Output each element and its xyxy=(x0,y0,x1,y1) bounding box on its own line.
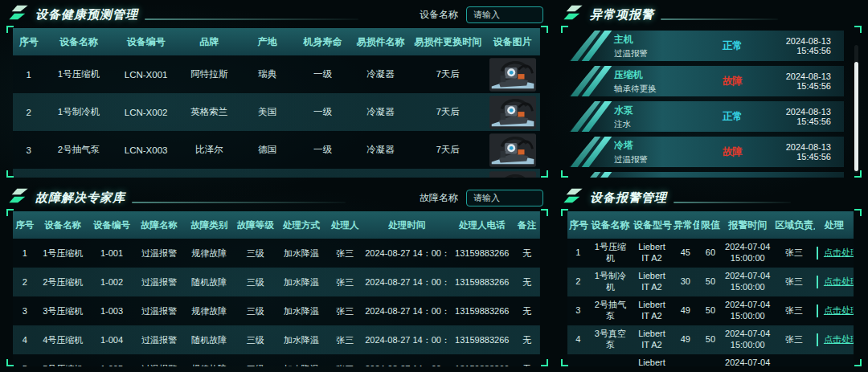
cell-time: 2024-08-27 14：00：00 xyxy=(363,239,450,268)
corner-bracket xyxy=(541,359,548,366)
panel-body: 序号设备名称设备编号故障名称故障类别故障等级处理方式处理人处理时间处理人电话备注… xyxy=(6,209,548,366)
column-header: 设备名称 xyxy=(44,28,113,55)
alarm-list-item: 主机过温报警正常2024-08-13 15:45:56 xyxy=(569,31,844,61)
cell-name xyxy=(44,169,113,178)
cell-origin xyxy=(240,169,295,178)
cell-name: 5号压缩机 xyxy=(37,354,90,366)
cell-category: 随机故障 xyxy=(184,268,234,296)
cell-part: 冷凝器 xyxy=(350,55,411,93)
title-underline xyxy=(132,202,346,203)
cell-time: 2024-08-27 14：00：00 xyxy=(363,296,450,325)
cell-fault: 过温报警 xyxy=(134,354,184,366)
device-name-search-input[interactable] xyxy=(466,6,543,23)
cell-seq xyxy=(567,354,589,366)
cell-owner: 张三 xyxy=(773,268,815,296)
scrollbar-thumb[interactable] xyxy=(854,62,858,172)
handle-alarm-button[interactable]: 点击处理 xyxy=(817,276,854,289)
column-header: 处理人 xyxy=(326,211,363,239)
table-header-row: 序号设备名称设备编号品牌产地机身寿命易损件名称易损件更换时间设备图片 xyxy=(13,28,540,55)
handle-alarm-button[interactable]: 点击处理 xyxy=(817,305,854,318)
cell-name: 1号制冷机 xyxy=(44,93,113,131)
cell-code xyxy=(113,169,179,178)
corner-bracket xyxy=(561,170,568,178)
column-header: 序号 xyxy=(567,211,589,239)
cell-seq: 1 xyxy=(13,239,37,268)
column-header: 故障等级 xyxy=(234,211,276,239)
column-header: 设备编号 xyxy=(113,28,179,55)
table-row: 22号压缩机1-002过温报警随机故障三级加水降温张三2024-08-27 14… xyxy=(13,268,540,296)
alarm-description: 过温报警 xyxy=(614,48,710,59)
panel-title: 异常项报警 xyxy=(590,7,654,22)
column-header: 处理人电话 xyxy=(450,211,514,239)
panel-title: 设备健康预测管理 xyxy=(35,7,138,22)
column-header: 故障名称 xyxy=(134,211,184,239)
panel-logo-icon xyxy=(563,5,583,24)
cell-brand: 比泽尔 xyxy=(179,131,240,169)
cell-fault: 过温报警 xyxy=(134,239,184,268)
table-row: 32号抽气泵LCN-X003比泽尔德国一级冷凝器7天后 xyxy=(13,131,540,169)
column-header: 设备名称 xyxy=(589,211,632,239)
cell-seq: 2 xyxy=(13,93,44,131)
cell-time: 2024-07-04 15:00:00 xyxy=(722,239,773,268)
fault-name-search-input[interactable] xyxy=(466,190,543,206)
cell-action: 点击处理 xyxy=(815,325,854,354)
table-row: 21号制冷机LCN-X002英格索兰美国一级冷凝器7天后 xyxy=(13,93,540,131)
cell-life: 一级 xyxy=(295,93,350,131)
cell-life: 一级 xyxy=(295,131,350,169)
cell-code: LCN-X001 xyxy=(113,55,179,93)
cell-replace_time: 7天后 xyxy=(411,55,485,93)
column-header: 处理方式 xyxy=(276,211,326,239)
corner-bracket xyxy=(854,359,862,366)
cell-seq xyxy=(13,169,44,178)
cell-time: 2024-07-04 15:00:00 xyxy=(722,325,773,354)
panel-header: 设备报警管理 xyxy=(559,186,863,207)
equipment-photo xyxy=(489,96,536,129)
cell-fault: 过温报警 xyxy=(134,325,184,354)
cell-code: 1-002 xyxy=(89,268,134,296)
cell-level: 三级 xyxy=(234,296,276,325)
alarm-list-item: 水泵注水正常2024-08-13 15:45:56 xyxy=(569,101,844,132)
panel-body: 序号设备名称设备型号异常值限值报警时间区域负责人处理 11号压缩机Liebert… xyxy=(561,209,862,366)
cell-handler: 张三 xyxy=(326,239,363,268)
column-header: 处理 xyxy=(815,211,854,239)
corner-bracket xyxy=(6,359,14,366)
alarm-description: 注水 xyxy=(614,119,710,130)
column-header: 处理时间 xyxy=(363,211,450,239)
panel-body: 主机过温报警正常2024-08-13 15:45:56压缩机轴承待更换故障202… xyxy=(561,26,862,178)
cell-category: 规律故障 xyxy=(184,239,234,268)
cell-code: 1-001 xyxy=(89,239,134,268)
handle-alarm-button[interactable]: 点击处理 xyxy=(817,247,854,260)
cell-code: 1-005 xyxy=(89,354,134,366)
equipment-photo xyxy=(489,171,536,178)
table-row: 55号压缩机1-005过温报警规律故障三级加水降温张三2024-08-27 14… xyxy=(13,354,540,366)
alarm-timestamp: 2024-08-13 15:45:56 xyxy=(755,142,844,161)
cell-origin: 德国 xyxy=(240,131,295,169)
cell-fault: 过温报警 xyxy=(134,296,184,325)
cell-level: 三级 xyxy=(234,268,276,296)
cell-name: 2号抽气泵 xyxy=(589,296,632,325)
equipment-photo-cell xyxy=(485,93,540,131)
cell-value: 49 xyxy=(672,296,699,325)
table-row: 43号真空泵Liebert IT A249502024-07-04 15:00:… xyxy=(567,325,854,354)
title-underline xyxy=(145,18,358,20)
cell-seq: 1 xyxy=(567,239,589,268)
cell-brand: 英格索兰 xyxy=(179,93,240,131)
corner-bracket xyxy=(561,359,568,366)
alarm-list-item: 换热机 xyxy=(569,172,844,178)
column-header: 序号 xyxy=(13,211,37,239)
cell-phone: 13159883266 xyxy=(450,296,514,325)
cell-part: 冷凝器 xyxy=(350,131,411,169)
cell-action: 点击处理 xyxy=(815,296,854,325)
corner-bracket xyxy=(6,170,14,178)
cell-method: 加水降温 xyxy=(276,354,326,366)
cell-name: 3号真空泵 xyxy=(589,325,632,354)
table-row: 33号压缩机1-003过温报警规律故障三级加水降温张三2024-08-27 14… xyxy=(13,296,540,325)
cell-model: Liebert IT A2 xyxy=(632,296,672,325)
cell-seq: 3 xyxy=(13,296,37,325)
cell-note: 无 xyxy=(514,268,540,296)
cell-seq: 4 xyxy=(13,325,37,354)
cell-origin: 美国 xyxy=(240,93,295,131)
cell-method: 加水降温 xyxy=(276,325,326,354)
handle-alarm-button[interactable]: 点击处理 xyxy=(817,333,854,347)
column-header: 产地 xyxy=(240,28,295,55)
